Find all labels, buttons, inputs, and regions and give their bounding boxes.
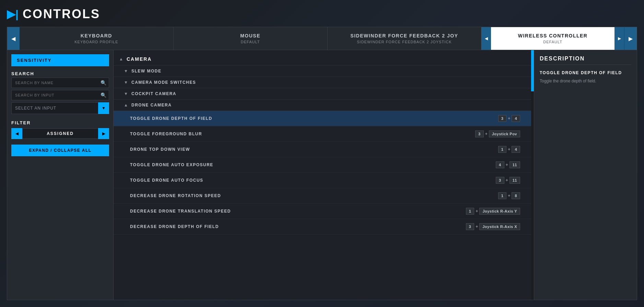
header: ▶| CONTROLS: [7, 7, 637, 21]
binding-drone-top-down-keys: 1 + 4: [498, 146, 520, 153]
search-by-name-wrap: 🔍: [11, 78, 109, 88]
description-panel: DESCRIPTION TOGGLE DRONE DEPTH OF FIELD …: [534, 50, 637, 300]
binding-toggle-fg-blur[interactable]: TOGGLE FOREGROUND BLUR 3 + Joystick Pov: [114, 126, 531, 142]
binding-decrease-rotation-name: DECREASE DRONE ROTATION SPEED: [130, 193, 498, 198]
key-badge: Joystick R-Axis Y: [479, 208, 520, 215]
binding-toggle-auto-exposure-keys: 4 + 11: [496, 161, 520, 168]
binding-decrease-translation-name: DECREASE DRONE TRANSLATION SPEED: [130, 209, 466, 214]
search-label: SEARCH: [11, 71, 109, 76]
description-binding-name: TOGGLE DRONE DEPTH OF FIELD: [540, 70, 631, 75]
binding-toggle-auto-exposure[interactable]: TOGGLE DRONE AUTO EXPOSURE 4 + 11: [114, 157, 531, 173]
slew-mode-chevron-icon: ▼: [124, 69, 129, 73]
binding-toggle-auto-focus[interactable]: TOGGLE DRONE AUTO FOCUS 3 + 11: [114, 173, 531, 188]
binding-drone-top-down[interactable]: DRONE TOP DOWN VIEW 1 + 4: [114, 142, 531, 157]
key-plus: +: [485, 132, 488, 136]
tab-keyboard-label: KEYBOARD: [81, 33, 112, 38]
key-badge: 11: [510, 177, 520, 184]
filter-prev-button[interactable]: ◀: [11, 128, 22, 139]
expand-collapse-button[interactable]: EXPAND / COLLAPSE ALL: [11, 145, 109, 156]
description-text: Toggle the drone depth of field.: [540, 78, 631, 84]
sensitivity-button[interactable]: SENSITIVITY: [11, 54, 109, 66]
binding-toggle-auto-exposure-name: TOGGLE DRONE AUTO EXPOSURE: [130, 162, 496, 167]
subcategory-drone[interactable]: ▲ DRONE CAMERA: [114, 100, 531, 111]
binding-drone-top-down-name: DRONE TOP DOWN VIEW: [130, 147, 498, 152]
controls-main: ▲ CAMERA ▼ SLEW MODE ▼ CAMERA MODE SWITC…: [114, 50, 534, 300]
controls-list[interactable]: ▲ CAMERA ▼ SLEW MODE ▼ CAMERA MODE SWITC…: [114, 50, 531, 300]
key-plus: +: [508, 193, 510, 198]
key-plus: +: [508, 116, 510, 121]
binding-decrease-rotation[interactable]: DECREASE DRONE ROTATION SPEED 1 + 8: [114, 188, 531, 204]
key-badge: 8: [512, 192, 520, 199]
key-badge: 4: [512, 115, 520, 122]
tab-bar: ◀ KEYBOARD KEYBOARD PROFILE MOUSE DEFAUL…: [7, 27, 637, 50]
tab-mouse-profile: DEFAULT: [241, 40, 260, 44]
filter-section: FILTER ◀ ASSIGNED ▶: [11, 119, 109, 139]
tab-mouse-label: MOUSE: [240, 33, 260, 38]
tab-wireless-next[interactable]: ▶: [614, 27, 624, 50]
binding-decrease-translation[interactable]: DECREASE DRONE TRANSLATION SPEED 1 + Joy…: [114, 204, 531, 219]
scrollbar-thumb[interactable]: [531, 50, 534, 91]
key-badge: 1: [498, 146, 507, 153]
select-input-wrap: Select an input ▼: [11, 102, 109, 114]
key-badge: 11: [510, 161, 520, 168]
search-section: SEARCH 🔍 🔍 Select an input ▼: [11, 70, 109, 114]
tab-wireless-prev[interactable]: ◀: [481, 27, 491, 50]
search-by-input-icon[interactable]: 🔍: [101, 92, 106, 98]
page-title: CONTROLS: [23, 7, 100, 21]
camera-mode-chevron-icon: ▼: [124, 80, 129, 85]
search-by-name-input[interactable]: [11, 78, 109, 88]
binding-decrease-dof-name: DECREASE DRONE DEPTH OF FIELD: [130, 224, 466, 229]
camera-mode-label: CAMERA MODE SWITCHES: [131, 80, 196, 85]
key-plus: +: [476, 224, 478, 229]
filter-next-button[interactable]: ▶: [98, 128, 109, 139]
tab-next-button[interactable]: ▶: [624, 27, 637, 50]
binding-toggle-drone-dof[interactable]: TOGGLE DRONE DEPTH OF FIELD 3 + 4: [114, 111, 531, 126]
subcategory-cockpit[interactable]: ▼ COCKPIT CAMERA: [114, 88, 531, 100]
binding-decrease-translation-keys: 1 + Joystick R-Axis Y: [466, 208, 520, 215]
description-title: DESCRIPTION: [540, 56, 631, 65]
binding-toggle-drone-dof-name: TOGGLE DRONE DEPTH OF FIELD: [130, 116, 498, 121]
binding-toggle-fg-blur-name: TOGGLE FOREGROUND BLUR: [130, 132, 475, 136]
search-by-input-input[interactable]: [11, 90, 109, 100]
tab-sidewinder[interactable]: SIDEWINDER FORCE FEEDBACK 2 JOY SIDEWIND…: [328, 27, 482, 50]
binding-toggle-fg-blur-keys: 3 + Joystick Pov: [475, 130, 520, 137]
binding-decrease-dof[interactable]: DECREASE DRONE DEPTH OF FIELD 3 + Joysti…: [114, 219, 531, 235]
category-camera[interactable]: ▲ CAMERA: [114, 53, 531, 66]
key-badge: 1: [466, 208, 475, 215]
drone-label: DRONE CAMERA: [131, 103, 172, 107]
binding-toggle-auto-focus-name: TOGGLE DRONE AUTO FOCUS: [130, 178, 496, 183]
app-icon: ▶|: [7, 9, 19, 20]
camera-category-name: CAMERA: [127, 56, 152, 62]
tab-wireless-container: ◀ WIRELESS CONTROLLER DEFAULT ▶: [481, 27, 624, 50]
tab-mouse[interactable]: MOUSE DEFAULT: [174, 27, 328, 50]
key-plus: +: [506, 178, 508, 183]
binding-toggle-drone-dof-keys: 3 + 4: [498, 115, 520, 122]
key-badge: 1: [498, 192, 507, 199]
sidebar: SENSITIVITY SEARCH 🔍 🔍 Select an input ▼: [7, 50, 114, 300]
binding-decrease-dof-keys: 3 + Joystick R-Axis X: [466, 223, 520, 230]
filter-current-label: ASSIGNED: [22, 128, 98, 139]
tab-keyboard[interactable]: KEYBOARD KEYBOARD PROFILE: [20, 27, 174, 50]
scrollbar-track[interactable]: [531, 50, 534, 300]
cockpit-chevron-icon: ▼: [124, 91, 129, 96]
cockpit-label: COCKPIT CAMERA: [131, 91, 176, 96]
camera-chevron-icon: ▲: [119, 57, 124, 61]
slew-mode-label: SLEW MODE: [131, 69, 162, 73]
binding-toggle-auto-focus-keys: 3 + 11: [496, 177, 520, 184]
filter-nav: ◀ ASSIGNED ▶: [11, 128, 109, 139]
subcategory-slew-mode[interactable]: ▼ SLEW MODE: [114, 66, 531, 77]
key-badge: 3: [466, 223, 475, 230]
tab-sidewinder-label: SIDEWINDER FORCE FEEDBACK 2 JOY: [350, 33, 458, 38]
filter-label: FILTER: [11, 120, 109, 125]
tab-wireless-profile: DEFAULT: [543, 40, 562, 44]
key-badge: 4: [512, 146, 520, 153]
subcategory-camera-mode[interactable]: ▼ CAMERA MODE SWITCHES: [114, 77, 531, 88]
select-input[interactable]: Select an input: [11, 102, 109, 114]
tab-prev-button[interactable]: ◀: [7, 27, 20, 50]
key-badge: 3: [498, 115, 507, 122]
search-by-name-icon[interactable]: 🔍: [101, 80, 106, 86]
content-area: SENSITIVITY SEARCH 🔍 🔍 Select an input ▼: [7, 50, 637, 300]
key-badge: 3: [496, 177, 504, 184]
search-by-input-wrap: 🔍: [11, 90, 109, 100]
tab-wireless[interactable]: WIRELESS CONTROLLER DEFAULT: [491, 27, 614, 50]
